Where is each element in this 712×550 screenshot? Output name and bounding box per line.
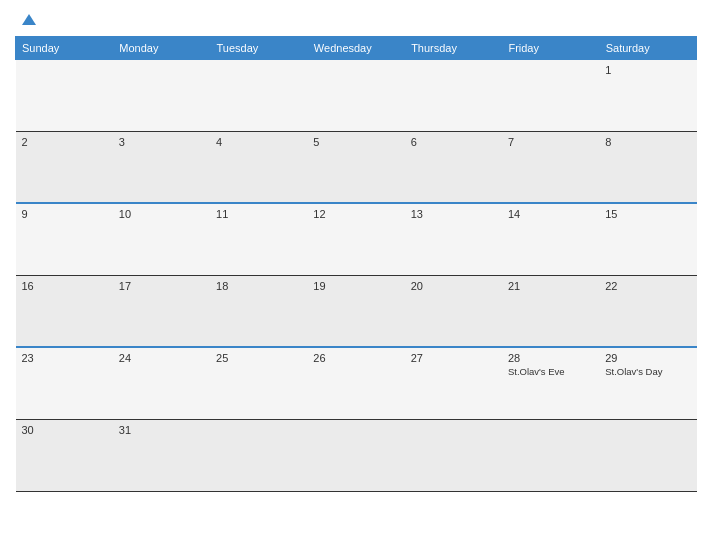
calendar-cell bbox=[210, 59, 307, 131]
day-number: 16 bbox=[22, 280, 107, 292]
weekday-header-tuesday: Tuesday bbox=[210, 36, 307, 59]
calendar-cell: 31 bbox=[113, 419, 210, 491]
calendar-cell bbox=[210, 419, 307, 491]
day-number: 12 bbox=[313, 208, 398, 220]
calendar-cell: 25 bbox=[210, 347, 307, 419]
calendar-week-row-1: 1 bbox=[16, 59, 697, 131]
day-number: 8 bbox=[605, 136, 690, 148]
calendar-cell bbox=[16, 59, 113, 131]
weekday-header-friday: Friday bbox=[502, 36, 599, 59]
day-number: 13 bbox=[411, 208, 496, 220]
day-number: 29 bbox=[605, 352, 690, 364]
day-number: 25 bbox=[216, 352, 301, 364]
calendar-cell bbox=[405, 419, 502, 491]
calendar-cell: 26 bbox=[307, 347, 404, 419]
calendar-cell: 21 bbox=[502, 275, 599, 347]
day-number: 17 bbox=[119, 280, 204, 292]
day-number: 7 bbox=[508, 136, 593, 148]
calendar-cell: 1 bbox=[599, 59, 696, 131]
calendar-week-row-2: 2345678 bbox=[16, 131, 697, 203]
calendar-cell: 28St.Olav's Eve bbox=[502, 347, 599, 419]
day-number: 15 bbox=[605, 208, 690, 220]
calendar-cell bbox=[113, 59, 210, 131]
calendar-week-row-4: 16171819202122 bbox=[16, 275, 697, 347]
day-number: 18 bbox=[216, 280, 301, 292]
calendar-cell: 12 bbox=[307, 203, 404, 275]
calendar-cell: 2 bbox=[16, 131, 113, 203]
day-number: 28 bbox=[508, 352, 593, 364]
day-number: 23 bbox=[22, 352, 107, 364]
day-number: 3 bbox=[119, 136, 204, 148]
calendar-cell bbox=[307, 59, 404, 131]
calendar-cell: 18 bbox=[210, 275, 307, 347]
day-number: 20 bbox=[411, 280, 496, 292]
calendar-cell: 11 bbox=[210, 203, 307, 275]
calendar-week-row-6: 3031 bbox=[16, 419, 697, 491]
calendar-cell: 20 bbox=[405, 275, 502, 347]
day-number: 27 bbox=[411, 352, 496, 364]
calendar-cell: 7 bbox=[502, 131, 599, 203]
calendar-cell: 9 bbox=[16, 203, 113, 275]
day-number: 30 bbox=[22, 424, 107, 436]
calendar-container: SundayMondayTuesdayWednesdayThursdayFrid… bbox=[0, 0, 712, 550]
day-number: 10 bbox=[119, 208, 204, 220]
calendar-cell: 15 bbox=[599, 203, 696, 275]
calendar-cell: 19 bbox=[307, 275, 404, 347]
calendar-cell: 17 bbox=[113, 275, 210, 347]
day-number: 22 bbox=[605, 280, 690, 292]
weekday-header-monday: Monday bbox=[113, 36, 210, 59]
event-label: St.Olav's Day bbox=[605, 366, 690, 378]
calendar-cell bbox=[502, 59, 599, 131]
event-label: St.Olav's Eve bbox=[508, 366, 593, 378]
day-number: 19 bbox=[313, 280, 398, 292]
calendar-cell bbox=[307, 419, 404, 491]
logo bbox=[20, 10, 36, 28]
day-number: 24 bbox=[119, 352, 204, 364]
day-number: 14 bbox=[508, 208, 593, 220]
calendar-cell: 14 bbox=[502, 203, 599, 275]
day-number: 6 bbox=[411, 136, 496, 148]
weekday-header-row: SundayMondayTuesdayWednesdayThursdayFrid… bbox=[16, 36, 697, 59]
calendar-week-row-5: 232425262728St.Olav's Eve29St.Olav's Day bbox=[16, 347, 697, 419]
day-number: 2 bbox=[22, 136, 107, 148]
weekday-header-sunday: Sunday bbox=[16, 36, 113, 59]
logo-top bbox=[20, 10, 36, 28]
day-number: 11 bbox=[216, 208, 301, 220]
calendar-cell: 8 bbox=[599, 131, 696, 203]
calendar-cell: 4 bbox=[210, 131, 307, 203]
calendar-cell: 27 bbox=[405, 347, 502, 419]
day-number: 5 bbox=[313, 136, 398, 148]
calendar-cell bbox=[405, 59, 502, 131]
calendar-cell: 30 bbox=[16, 419, 113, 491]
day-number: 31 bbox=[119, 424, 204, 436]
calendar-cell: 22 bbox=[599, 275, 696, 347]
weekday-header-thursday: Thursday bbox=[405, 36, 502, 59]
logo-triangle-icon bbox=[22, 14, 36, 25]
day-number: 21 bbox=[508, 280, 593, 292]
calendar-cell: 23 bbox=[16, 347, 113, 419]
day-number: 9 bbox=[22, 208, 107, 220]
calendar-cell: 24 bbox=[113, 347, 210, 419]
calendar-cell: 29St.Olav's Day bbox=[599, 347, 696, 419]
calendar-cell: 6 bbox=[405, 131, 502, 203]
calendar-cell: 5 bbox=[307, 131, 404, 203]
calendar-week-row-3: 9101112131415 bbox=[16, 203, 697, 275]
weekday-header-saturday: Saturday bbox=[599, 36, 696, 59]
day-number: 4 bbox=[216, 136, 301, 148]
calendar-cell: 13 bbox=[405, 203, 502, 275]
weekday-header-wednesday: Wednesday bbox=[307, 36, 404, 59]
calendar-cell bbox=[599, 419, 696, 491]
calendar-header bbox=[15, 10, 697, 28]
calendar-cell: 16 bbox=[16, 275, 113, 347]
calendar-table: SundayMondayTuesdayWednesdayThursdayFrid… bbox=[15, 36, 697, 492]
calendar-cell: 3 bbox=[113, 131, 210, 203]
calendar-cell: 10 bbox=[113, 203, 210, 275]
day-number: 1 bbox=[605, 64, 690, 76]
day-number: 26 bbox=[313, 352, 398, 364]
calendar-cell bbox=[502, 419, 599, 491]
